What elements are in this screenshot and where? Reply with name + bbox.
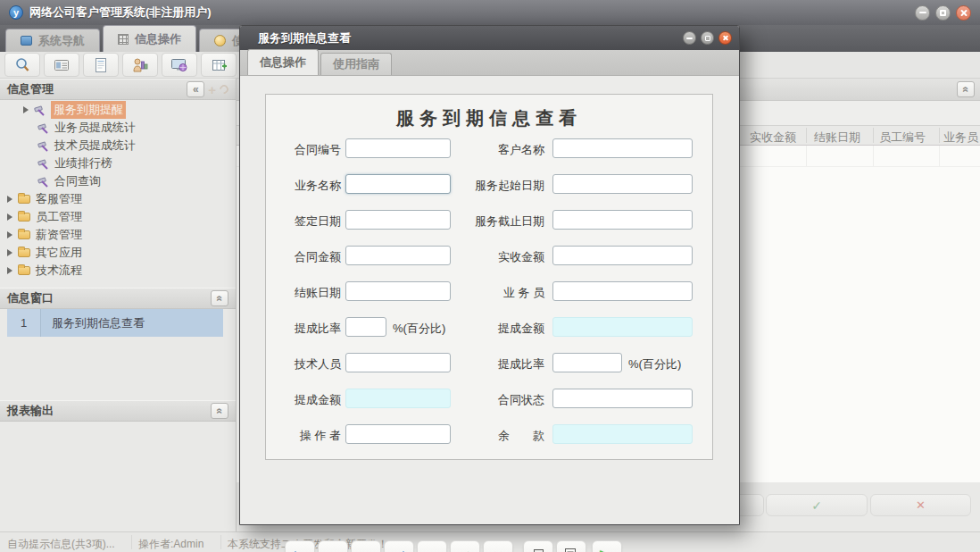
sign-date-field[interactable] bbox=[345, 210, 451, 230]
collapse-sidebar-button[interactable]: « bbox=[187, 81, 204, 97]
column-header[interactable]: 实收金额 bbox=[750, 130, 796, 146]
close-button[interactable] bbox=[956, 5, 971, 21]
execute-button[interactable]: ▶ bbox=[592, 540, 622, 552]
tree-item-contract-query[interactable]: 合同查询 bbox=[0, 172, 236, 190]
tech-commission-amount-field[interactable] bbox=[345, 389, 451, 408]
tab-info-operation[interactable]: 信息操作 bbox=[103, 25, 196, 52]
tech-commission-rate-field[interactable] bbox=[552, 353, 622, 372]
maximize-icon bbox=[940, 10, 946, 16]
balance-field[interactable] bbox=[552, 424, 693, 444]
service-end-date-field[interactable] bbox=[552, 210, 693, 230]
column-header[interactable]: 员工编号 bbox=[879, 130, 926, 146]
tree-item-service-expiry[interactable]: 服务到期提醒 bbox=[0, 101, 236, 119]
minimize-button[interactable] bbox=[915, 5, 930, 21]
technician-field[interactable] bbox=[345, 353, 451, 372]
report-tool-icon bbox=[37, 158, 49, 170]
form-row: 技术人员 提成比率 %(百分比) bbox=[266, 346, 712, 381]
tab-system-navigation[interactable]: 系统导航 bbox=[5, 29, 100, 52]
refresh-icon bbox=[218, 83, 230, 96]
next-record-button[interactable]: ▶ bbox=[351, 540, 381, 552]
form-row: 结账日期 业 务 员 bbox=[266, 274, 712, 310]
list-item-label: 服务到期信息查看 bbox=[52, 315, 145, 331]
salesman-field[interactable] bbox=[552, 281, 693, 301]
expand-arrow-icon[interactable] bbox=[7, 196, 12, 203]
form-row: 合同金额 实收金额 bbox=[266, 238, 712, 274]
add-icon: + bbox=[208, 82, 216, 97]
contract-status-field[interactable] bbox=[552, 389, 693, 408]
tree-item-customer-service[interactable]: 客服管理 bbox=[0, 190, 236, 208]
dialog-maximize-button[interactable] bbox=[701, 31, 714, 45]
column-header[interactable]: 业务员 bbox=[943, 130, 978, 146]
gold-coin-icon bbox=[214, 35, 226, 46]
contract-amount-field[interactable] bbox=[345, 246, 451, 265]
tree-label: 技术员提成统计 bbox=[54, 138, 136, 154]
document-button[interactable] bbox=[83, 53, 119, 77]
contract-no-field[interactable] bbox=[345, 138, 451, 158]
collapse-content-button[interactable]: « bbox=[957, 81, 975, 97]
service-start-date-field[interactable] bbox=[552, 174, 693, 194]
panel-controls: « + bbox=[187, 81, 228, 97]
dialog-minimize-button[interactable] bbox=[683, 31, 696, 45]
background-cancel-button[interactable]: ✕ bbox=[870, 494, 971, 516]
customer-name-field[interactable] bbox=[552, 138, 693, 158]
commission-rate-field[interactable] bbox=[345, 317, 386, 337]
panel-header-info-window: 信息窗口 « bbox=[0, 288, 236, 309]
field-label: 提成比率 bbox=[453, 356, 544, 372]
table-add-icon bbox=[210, 56, 228, 74]
search-button[interactable] bbox=[4, 53, 40, 77]
status-auto-hint: 自动提示信息(共3项)... bbox=[7, 537, 115, 552]
dialog-close-button[interactable] bbox=[718, 31, 732, 45]
maximize-button[interactable] bbox=[935, 5, 951, 21]
print-button[interactable] bbox=[523, 540, 553, 552]
first-record-button[interactable]: ◀ bbox=[285, 540, 315, 552]
print-preview-button[interactable] bbox=[556, 540, 586, 552]
post-button[interactable]: ✓ bbox=[450, 540, 480, 552]
edit-record-button[interactable]: ▲ bbox=[417, 540, 447, 552]
minimize-icon bbox=[686, 38, 693, 39]
expand-arrow-icon[interactable] bbox=[7, 231, 12, 238]
cancel-button[interactable]: ✕ bbox=[483, 540, 513, 552]
tree-item-technician-commission[interactable]: 技术员提成统计 bbox=[0, 137, 236, 155]
operator-field[interactable] bbox=[345, 424, 451, 444]
field-label: 余 款 bbox=[453, 428, 544, 444]
expand-arrow-icon[interactable] bbox=[23, 106, 29, 113]
field-label: 合同状态 bbox=[453, 392, 544, 408]
tree-label: 薪资管理 bbox=[36, 227, 82, 243]
settlement-date-field[interactable] bbox=[345, 281, 451, 301]
collapse-info-window-button[interactable]: « bbox=[211, 290, 228, 306]
field-label: 客户名称 bbox=[453, 142, 544, 158]
dialog-tab-info-operation[interactable]: 信息操作 bbox=[247, 49, 319, 75]
tree-item-employee-management[interactable]: 员工管理 bbox=[0, 208, 236, 226]
open-window-list-item[interactable]: 1 服务到期信息查看 bbox=[7, 309, 223, 337]
expand-arrow-icon[interactable] bbox=[7, 213, 12, 221]
status-operator: 操作者:Admin bbox=[138, 537, 203, 552]
column-header[interactable]: 结账日期 bbox=[814, 130, 860, 146]
folder-icon bbox=[18, 248, 30, 257]
dialog-tabbar: 信息操作 使用指南 bbox=[240, 50, 739, 76]
tree-item-salesman-commission[interactable]: 业务员提成统计 bbox=[0, 119, 236, 137]
prior-record-button[interactable]: ◀ bbox=[318, 540, 348, 552]
expand-arrow-icon[interactable] bbox=[7, 267, 12, 274]
staff-report-button[interactable] bbox=[122, 53, 158, 77]
report-tool-icon bbox=[37, 140, 49, 152]
dialog-tab-user-guide[interactable]: 使用指南 bbox=[320, 53, 392, 75]
tree-item-performance-ranking[interactable]: 业绩排行榜 bbox=[0, 155, 236, 172]
form-row: 合同编号 客户名称 bbox=[266, 131, 712, 167]
expand-arrow-icon[interactable] bbox=[7, 249, 12, 256]
commission-amount-field[interactable] bbox=[552, 317, 693, 337]
app-title: 网络公司客户管理系统(非注册用户) bbox=[29, 4, 212, 21]
tree-item-technical-process[interactable]: 技术流程 bbox=[0, 262, 236, 280]
tree-item-other-applications[interactable]: 其它应用 bbox=[0, 244, 236, 262]
tree-item-salary-management[interactable]: 薪资管理 bbox=[0, 226, 236, 244]
business-name-field[interactable] bbox=[345, 174, 451, 194]
field-label: 结账日期 bbox=[284, 285, 341, 301]
field-label: 服务起始日期 bbox=[453, 178, 544, 194]
collapse-report-output-button[interactable]: « bbox=[211, 403, 228, 419]
dialog-titlebar[interactable]: 服务到期信息查看 bbox=[240, 26, 739, 50]
table-add-button[interactable] bbox=[201, 53, 237, 77]
background-confirm-button[interactable]: ✓ bbox=[766, 494, 868, 516]
received-amount-field[interactable] bbox=[552, 246, 693, 265]
remote-desktop-button[interactable] bbox=[162, 53, 197, 77]
card-view-button[interactable] bbox=[44, 53, 79, 77]
last-record-button[interactable]: ▶ bbox=[384, 540, 414, 552]
